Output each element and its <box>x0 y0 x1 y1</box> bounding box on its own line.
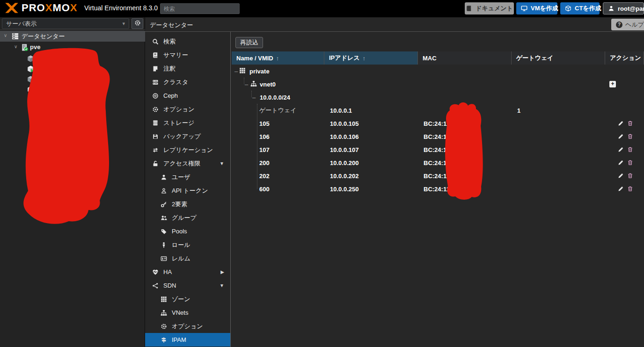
column-header-ゲートウェイ[interactable]: ゲートウェイ <box>512 51 605 65</box>
create-ct-button[interactable]: CTを作成 <box>560 2 600 14</box>
delete-trash-icon[interactable] <box>627 173 633 180</box>
edit-pencil-icon[interactable] <box>618 146 624 154</box>
menu-item-Ceph[interactable]: Ceph <box>145 89 230 102</box>
tree-node[interactable] <box>0 84 145 95</box>
cell-gateway: 1 <box>517 104 520 117</box>
brand-text: PROXMOX <box>22 2 78 14</box>
delete-trash-icon[interactable] <box>627 146 633 154</box>
cell-name: 10.0.0.0/24 <box>260 91 290 104</box>
menu-item-バックアップ[interactable]: バックアップ <box>145 130 230 143</box>
edit-pencil-icon[interactable] <box>618 120 624 128</box>
row-expander-icon[interactable]: – <box>245 78 248 91</box>
cell-ip: 10.0.0.1 <box>330 104 352 117</box>
row-expander-icon[interactable]: – <box>252 91 256 104</box>
menu-item-検索[interactable]: 検索 <box>145 35 230 48</box>
view-mode-select[interactable]: サーバ表示 ▾ <box>2 18 129 29</box>
menu-item-HA[interactable]: HA▶ <box>145 265 230 279</box>
menu-item-SDN[interactable]: SDN▼ <box>145 279 230 292</box>
tree-guide-line <box>244 78 244 84</box>
column-header-IPアドレス[interactable]: IPアドレス↑ <box>324 51 418 65</box>
menu-item-ロール[interactable]: ロール <box>145 238 230 252</box>
delete-trash-icon[interactable] <box>627 133 633 141</box>
tree-expander-icon[interactable]: ∨ <box>4 33 7 38</box>
menu-item-ユーザ[interactable]: ユーザ <box>145 170 230 184</box>
menu-item-label: HA <box>163 268 172 275</box>
tree-node[interactable] <box>0 64 145 74</box>
menu-item-IPAM[interactable]: IPAM <box>145 333 230 347</box>
cell-name: 106 <box>259 130 270 143</box>
column-header-アクション[interactable]: アクション <box>605 51 644 65</box>
menu-item-アクセス権限[interactable]: アクセス権限▼ <box>145 157 230 170</box>
menu-item-サマリー[interactable]: サマリー <box>145 48 230 62</box>
menu-item-オプション[interactable]: オプション <box>145 319 230 333</box>
table-row-107[interactable]: 10710.0.0.107BC:24:11 <box>232 143 644 156</box>
create-ct-label: CTを作成 <box>575 4 601 13</box>
add-mapping-button[interactable]: + <box>609 81 616 87</box>
cell-mac: BC:24:11 <box>424 182 450 195</box>
table-row-105[interactable]: 10510.0.0.105BC:24:11: <box>232 117 644 130</box>
menu-item-レプリケーション[interactable]: レプリケーション <box>145 143 230 157</box>
menu-item-label: 2要素 <box>172 200 187 209</box>
help-button[interactable]: ? ヘルプ <box>611 19 644 30</box>
tree-node[interactable] <box>0 53 145 64</box>
column-header-MAC[interactable]: MAC <box>418 51 512 65</box>
row-expander-icon[interactable]: – <box>234 65 238 78</box>
top-bar: PROXMOX Virtual Environment 8.3.0 ドキュメント… <box>0 0 644 17</box>
table-row-private[interactable]: –private <box>232 65 644 78</box>
edit-pencil-icon[interactable] <box>618 159 624 167</box>
grid-icon <box>160 296 168 303</box>
column-label: アクション <box>610 54 641 62</box>
tree-expander-icon[interactable]: ∨ <box>14 44 17 49</box>
tree-guide-line <box>251 91 252 97</box>
cube-running-icon <box>27 86 35 94</box>
delete-trash-icon[interactable] <box>627 186 633 193</box>
menu-item-ゾーン[interactable]: ゾーン <box>145 292 230 306</box>
menu-item-Pools[interactable]: Pools <box>145 224 230 238</box>
menu-item-ストレージ[interactable]: ストレージ <box>145 116 230 130</box>
page-title: データセンター <box>150 21 193 29</box>
delete-trash-icon[interactable] <box>627 120 633 128</box>
tags-icon <box>160 228 168 235</box>
ceph-icon <box>152 93 159 99</box>
reload-button[interactable]: 再読込 <box>235 37 263 48</box>
edit-pencil-icon[interactable] <box>618 186 624 193</box>
edit-pencil-icon[interactable] <box>618 133 624 141</box>
table-row-202[interactable]: 20210.0.0.202BC:24:11 <box>232 169 644 182</box>
cell-name: 202 <box>259 169 270 182</box>
menu-item-label: グループ <box>172 214 197 222</box>
tree-node[interactable] <box>0 74 145 85</box>
table-row-10.0.0.0-24[interactable]: –10.0.0.0/24 <box>232 91 644 104</box>
logged-in-user-button[interactable]: root@pam <box>603 2 644 14</box>
tree-settings-button[interactable] <box>132 18 143 29</box>
create-vm-label: VMを作成 <box>531 4 558 13</box>
tree-node-pve[interactable]: ∨pve <box>0 42 145 53</box>
menu-item-label: 検索 <box>163 37 176 46</box>
menu-item-注釈[interactable]: 注釈 <box>145 62 230 75</box>
table-row-600[interactable]: 60010.0.0.250BC:24:11 <box>232 182 644 195</box>
tree-node-データセンター[interactable]: ∨データセンター <box>0 31 145 42</box>
documentation-button[interactable]: ドキュメント <box>465 2 514 14</box>
create-vm-button[interactable]: VMを作成 <box>516 2 557 14</box>
table-row-200[interactable]: 20010.0.0.200BC:24:11 <box>232 156 644 169</box>
column-header-Name-VMID[interactable]: Name / VMID↑ <box>232 51 324 65</box>
table-row-ゲートウェイ[interactable]: ゲートウェイ10.0.0.11 <box>232 104 644 117</box>
menu-item-レルム[interactable]: レルム <box>145 252 230 265</box>
search-icon <box>152 38 159 45</box>
menu-item-VNets[interactable]: VNets <box>145 306 230 319</box>
menu-item-label: Ceph <box>163 92 178 99</box>
delete-trash-icon[interactable] <box>627 159 633 167</box>
cell-ip: 10.0.0.202 <box>330 169 359 182</box>
menu-item-オプション[interactable]: オプション <box>145 102 230 116</box>
table-row-106[interactable]: 10610.0.0.106BC:24:11 <box>232 130 644 143</box>
tree-guide-line <box>257 104 257 189</box>
menu-item-label: バックアップ <box>163 132 201 141</box>
table-row-vnet0[interactable]: –vnet0+ <box>232 78 644 91</box>
menu-item-label: ストレージ <box>163 119 194 127</box>
ipam-content: 再読込 Name / VMID↑IPアドレス↑MACゲートウェイアクション –p… <box>231 32 644 347</box>
menu-item-API-トークン[interactable]: API トークン <box>145 184 230 197</box>
menu-item-2要素[interactable]: 2要素 <box>145 197 230 211</box>
menu-item-グループ[interactable]: グループ <box>145 211 230 224</box>
edit-pencil-icon[interactable] <box>618 173 624 180</box>
menu-item-クラスタ[interactable]: クラスタ <box>145 75 230 89</box>
search-input[interactable] <box>160 3 240 14</box>
